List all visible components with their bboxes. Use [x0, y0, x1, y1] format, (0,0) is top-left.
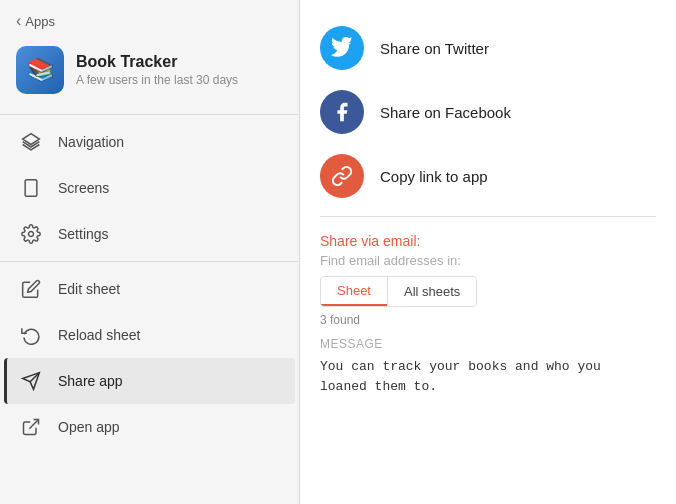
copy-link-option[interactable]: Copy link to app [320, 144, 656, 208]
sidebar-item-label: Open app [58, 419, 120, 435]
sidebar-item-label: Screens [58, 180, 109, 196]
sidebar-item-screens[interactable]: Screens [4, 165, 295, 211]
email-tab-group: Sheet All sheets [320, 276, 477, 307]
settings-icon [20, 223, 42, 245]
sidebar-divider-top [0, 114, 299, 115]
tab-all-sheets[interactable]: All sheets [387, 277, 476, 306]
sidebar-item-edit-sheet[interactable]: Edit sheet [4, 266, 295, 312]
app-info: Book Tracker A few users in the last 30 … [76, 53, 238, 87]
pencil-icon [20, 278, 42, 300]
share-twitter-option[interactable]: Share on Twitter [320, 16, 656, 80]
message-section-label: Message [320, 337, 656, 351]
svg-point-3 [29, 232, 34, 237]
sidebar-item-label: Edit sheet [58, 281, 120, 297]
share-divider [320, 216, 656, 217]
share-facebook-option[interactable]: Share on Facebook [320, 80, 656, 144]
layers-icon [20, 131, 42, 153]
found-count: 3 found [320, 313, 656, 327]
twitter-circle [320, 26, 364, 70]
message-text: You can track your books and who youloan… [320, 357, 656, 396]
sidebar-item-reload-sheet[interactable]: Reload sheet [4, 312, 295, 358]
share-icon [20, 370, 42, 392]
sidebar-item-label: Share app [58, 373, 123, 389]
sidebar-item-share-app[interactable]: Share app [4, 358, 295, 404]
sidebar: Apps 📚 Book Tracker A few users in the l… [0, 0, 300, 504]
sidebar-item-open-app[interactable]: Open app [4, 404, 295, 450]
svg-line-6 [29, 420, 38, 429]
main-panel: Share on Twitter Share on Facebook Copy … [300, 0, 676, 504]
app-icon: 📚 [16, 46, 64, 94]
svg-rect-1 [25, 180, 37, 197]
app-header: 📚 Book Tracker A few users in the last 3… [0, 38, 299, 110]
share-via-email-label: Share via email: [320, 233, 656, 249]
sidebar-item-navigation[interactable]: Navigation [4, 119, 295, 165]
back-label: Apps [25, 14, 55, 29]
facebook-label: Share on Facebook [380, 104, 511, 121]
app-name: Book Tracker [76, 53, 238, 71]
external-link-icon [20, 416, 42, 438]
sidebar-item-label: Navigation [58, 134, 124, 150]
mobile-icon [20, 177, 42, 199]
copy-link-label: Copy link to app [380, 168, 488, 185]
facebook-circle [320, 90, 364, 134]
sidebar-divider-mid [0, 261, 299, 262]
twitter-label: Share on Twitter [380, 40, 489, 57]
app-subtitle: A few users in the last 30 days [76, 73, 238, 87]
sidebar-item-label: Reload sheet [58, 327, 141, 343]
tab-sheet[interactable]: Sheet [321, 277, 387, 306]
back-to-apps[interactable]: Apps [0, 0, 299, 38]
sidebar-item-label: Settings [58, 226, 109, 242]
find-email-label: Find email addresses in: [320, 253, 656, 268]
copy-link-circle [320, 154, 364, 198]
reload-icon [20, 324, 42, 346]
sidebar-item-settings[interactable]: Settings [4, 211, 295, 257]
